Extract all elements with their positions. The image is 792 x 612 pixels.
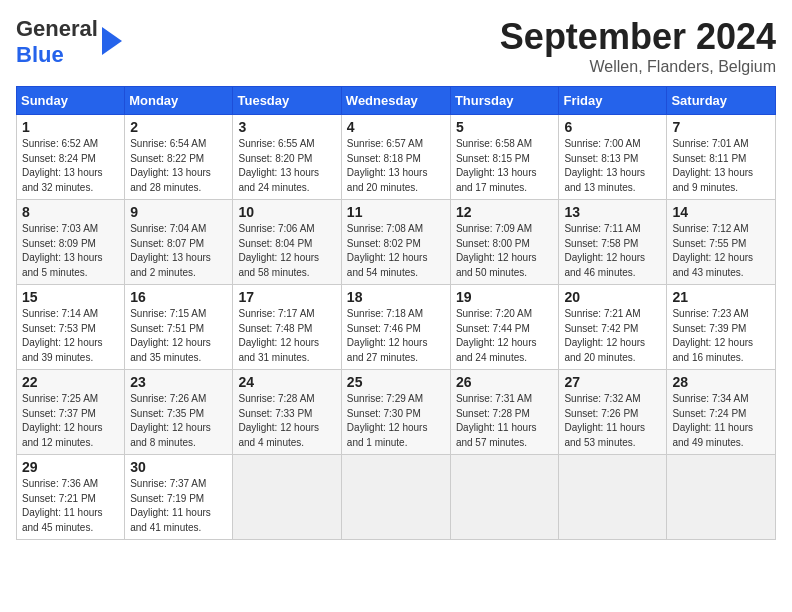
weekday-header-wednesday: Wednesday [341, 87, 450, 115]
day-number: 12 [456, 204, 554, 220]
day-info: Sunrise: 7:23 AMSunset: 7:39 PMDaylight:… [672, 307, 770, 365]
day-number: 9 [130, 204, 227, 220]
day-cell: 28Sunrise: 7:34 AMSunset: 7:24 PMDayligh… [667, 370, 776, 455]
weekday-header-sunday: Sunday [17, 87, 125, 115]
day-info: Sunrise: 7:01 AMSunset: 8:11 PMDaylight:… [672, 137, 770, 195]
day-cell: 25Sunrise: 7:29 AMSunset: 7:30 PMDayligh… [341, 370, 450, 455]
day-cell: 9Sunrise: 7:04 AMSunset: 8:07 PMDaylight… [125, 200, 233, 285]
day-info: Sunrise: 6:52 AMSunset: 8:24 PMDaylight:… [22, 137, 119, 195]
day-info: Sunrise: 7:32 AMSunset: 7:26 PMDaylight:… [564, 392, 661, 450]
logo: General Blue [16, 16, 122, 69]
day-number: 5 [456, 119, 554, 135]
day-number: 21 [672, 289, 770, 305]
day-cell: 1Sunrise: 6:52 AMSunset: 8:24 PMDaylight… [17, 115, 125, 200]
day-cell: 12Sunrise: 7:09 AMSunset: 8:00 PMDayligh… [450, 200, 559, 285]
day-number: 18 [347, 289, 445, 305]
svg-marker-0 [102, 27, 122, 55]
day-cell: 17Sunrise: 7:17 AMSunset: 7:48 PMDayligh… [233, 285, 341, 370]
day-cell: 2Sunrise: 6:54 AMSunset: 8:22 PMDaylight… [125, 115, 233, 200]
day-cell: 22Sunrise: 7:25 AMSunset: 7:37 PMDayligh… [17, 370, 125, 455]
day-cell: 26Sunrise: 7:31 AMSunset: 7:28 PMDayligh… [450, 370, 559, 455]
day-info: Sunrise: 7:36 AMSunset: 7:21 PMDaylight:… [22, 477, 119, 535]
month-year-title: September 2024 [500, 16, 776, 58]
day-cell: 23Sunrise: 7:26 AMSunset: 7:35 PMDayligh… [125, 370, 233, 455]
day-cell: 8Sunrise: 7:03 AMSunset: 8:09 PMDaylight… [17, 200, 125, 285]
day-info: Sunrise: 7:28 AMSunset: 7:33 PMDaylight:… [238, 392, 335, 450]
day-number: 10 [238, 204, 335, 220]
day-info: Sunrise: 7:14 AMSunset: 7:53 PMDaylight:… [22, 307, 119, 365]
weekday-header-thursday: Thursday [450, 87, 559, 115]
week-row-2: 8Sunrise: 7:03 AMSunset: 8:09 PMDaylight… [17, 200, 776, 285]
day-info: Sunrise: 7:26 AMSunset: 7:35 PMDaylight:… [130, 392, 227, 450]
day-info: Sunrise: 7:08 AMSunset: 8:02 PMDaylight:… [347, 222, 445, 280]
day-cell: 30Sunrise: 7:37 AMSunset: 7:19 PMDayligh… [125, 455, 233, 540]
day-number: 30 [130, 459, 227, 475]
day-number: 6 [564, 119, 661, 135]
day-info: Sunrise: 6:54 AMSunset: 8:22 PMDaylight:… [130, 137, 227, 195]
day-cell: 10Sunrise: 7:06 AMSunset: 8:04 PMDayligh… [233, 200, 341, 285]
logo-general: General Blue [16, 16, 98, 69]
day-info: Sunrise: 7:09 AMSunset: 8:00 PMDaylight:… [456, 222, 554, 280]
day-info: Sunrise: 7:04 AMSunset: 8:07 PMDaylight:… [130, 222, 227, 280]
day-info: Sunrise: 7:25 AMSunset: 7:37 PMDaylight:… [22, 392, 119, 450]
day-cell: 16Sunrise: 7:15 AMSunset: 7:51 PMDayligh… [125, 285, 233, 370]
day-info: Sunrise: 6:58 AMSunset: 8:15 PMDaylight:… [456, 137, 554, 195]
day-number: 17 [238, 289, 335, 305]
day-cell: 5Sunrise: 6:58 AMSunset: 8:15 PMDaylight… [450, 115, 559, 200]
day-number: 11 [347, 204, 445, 220]
day-cell [233, 455, 341, 540]
day-number: 26 [456, 374, 554, 390]
day-info: Sunrise: 7:03 AMSunset: 8:09 PMDaylight:… [22, 222, 119, 280]
weekday-header-saturday: Saturday [667, 87, 776, 115]
day-cell: 6Sunrise: 7:00 AMSunset: 8:13 PMDaylight… [559, 115, 667, 200]
week-row-5: 29Sunrise: 7:36 AMSunset: 7:21 PMDayligh… [17, 455, 776, 540]
day-info: Sunrise: 7:20 AMSunset: 7:44 PMDaylight:… [456, 307, 554, 365]
day-cell [559, 455, 667, 540]
day-number: 20 [564, 289, 661, 305]
weekday-header-row: SundayMondayTuesdayWednesdayThursdayFrid… [17, 87, 776, 115]
day-cell: 14Sunrise: 7:12 AMSunset: 7:55 PMDayligh… [667, 200, 776, 285]
day-number: 14 [672, 204, 770, 220]
calendar-table: SundayMondayTuesdayWednesdayThursdayFrid… [16, 86, 776, 540]
day-cell [450, 455, 559, 540]
day-info: Sunrise: 6:55 AMSunset: 8:20 PMDaylight:… [238, 137, 335, 195]
day-number: 4 [347, 119, 445, 135]
page-header: General Blue September 2024 Wellen, Flan… [16, 16, 776, 76]
day-cell: 21Sunrise: 7:23 AMSunset: 7:39 PMDayligh… [667, 285, 776, 370]
day-cell [341, 455, 450, 540]
day-cell: 7Sunrise: 7:01 AMSunset: 8:11 PMDaylight… [667, 115, 776, 200]
day-number: 22 [22, 374, 119, 390]
day-number: 19 [456, 289, 554, 305]
day-cell: 27Sunrise: 7:32 AMSunset: 7:26 PMDayligh… [559, 370, 667, 455]
location-subtitle: Wellen, Flanders, Belgium [500, 58, 776, 76]
day-info: Sunrise: 7:18 AMSunset: 7:46 PMDaylight:… [347, 307, 445, 365]
week-row-1: 1Sunrise: 6:52 AMSunset: 8:24 PMDaylight… [17, 115, 776, 200]
day-number: 15 [22, 289, 119, 305]
day-info: Sunrise: 7:15 AMSunset: 7:51 PMDaylight:… [130, 307, 227, 365]
day-number: 27 [564, 374, 661, 390]
day-number: 25 [347, 374, 445, 390]
day-cell: 3Sunrise: 6:55 AMSunset: 8:20 PMDaylight… [233, 115, 341, 200]
title-block: September 2024 Wellen, Flanders, Belgium [500, 16, 776, 76]
week-row-4: 22Sunrise: 7:25 AMSunset: 7:37 PMDayligh… [17, 370, 776, 455]
day-number: 2 [130, 119, 227, 135]
logo-arrow-icon [102, 27, 122, 59]
day-number: 28 [672, 374, 770, 390]
day-number: 7 [672, 119, 770, 135]
day-info: Sunrise: 7:21 AMSunset: 7:42 PMDaylight:… [564, 307, 661, 365]
day-info: Sunrise: 7:29 AMSunset: 7:30 PMDaylight:… [347, 392, 445, 450]
day-info: Sunrise: 7:34 AMSunset: 7:24 PMDaylight:… [672, 392, 770, 450]
day-cell [667, 455, 776, 540]
weekday-header-tuesday: Tuesday [233, 87, 341, 115]
day-number: 13 [564, 204, 661, 220]
day-info: Sunrise: 7:06 AMSunset: 8:04 PMDaylight:… [238, 222, 335, 280]
day-number: 29 [22, 459, 119, 475]
day-number: 1 [22, 119, 119, 135]
logo-text-block: General Blue [16, 16, 122, 69]
day-cell: 18Sunrise: 7:18 AMSunset: 7:46 PMDayligh… [341, 285, 450, 370]
day-info: Sunrise: 7:00 AMSunset: 8:13 PMDaylight:… [564, 137, 661, 195]
week-row-3: 15Sunrise: 7:14 AMSunset: 7:53 PMDayligh… [17, 285, 776, 370]
day-cell: 24Sunrise: 7:28 AMSunset: 7:33 PMDayligh… [233, 370, 341, 455]
weekday-header-friday: Friday [559, 87, 667, 115]
day-cell: 19Sunrise: 7:20 AMSunset: 7:44 PMDayligh… [450, 285, 559, 370]
